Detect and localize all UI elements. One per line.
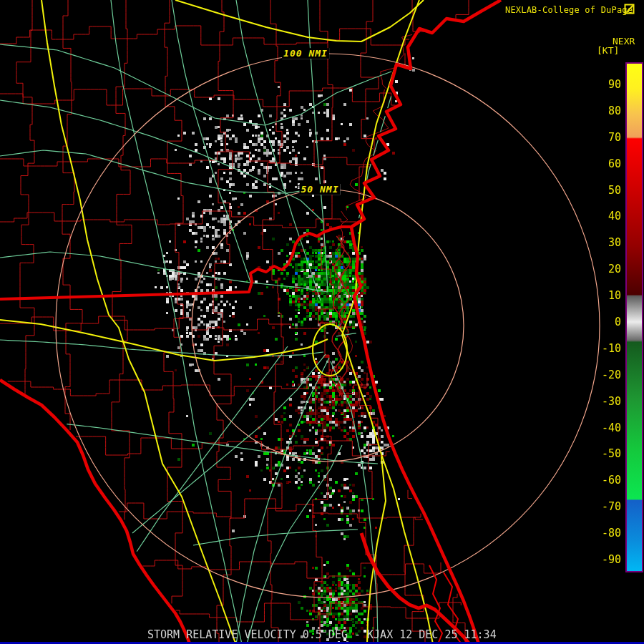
colorbar-tick-label: 60 <box>585 157 621 170</box>
colorbar-tick-label: -70 <box>585 500 621 513</box>
colorbar-tick-label: 40 <box>585 210 621 223</box>
colorbar-tick-label: -60 <box>585 474 621 487</box>
range-ring-label: 50 NMI <box>300 184 341 195</box>
colorbar-tick-label: -20 <box>585 369 621 381</box>
colorbar-tick-label: 80 <box>585 104 621 117</box>
colorbar-tick-label: -30 <box>585 395 621 408</box>
colorbar-tick-label: -50 <box>585 447 621 460</box>
velocity-colorbar <box>625 62 643 572</box>
colorbar-tick-label: -90 <box>585 553 621 566</box>
colorbar-tick-label: 20 <box>585 263 621 275</box>
attribution-text: NEXLAB-College of DuPage <box>505 5 633 15</box>
colorbar-tick-label: 30 <box>585 236 621 249</box>
colorbar-tick-label: 50 <box>585 184 621 197</box>
radar-map-canvas <box>0 0 644 644</box>
radar-display: NEXLAB-College of DuPage NEXR [KT] 90807… <box>0 0 644 644</box>
colorbar-tick-label: 0 <box>585 316 621 328</box>
nexlab-logo-icon <box>624 4 635 14</box>
colorbar-tick-label: 90 <box>585 78 621 91</box>
range-ring-label: 100 NMI <box>282 48 329 59</box>
colorbar-tick-label: -80 <box>585 527 621 540</box>
colorbar-tick-label: 10 <box>585 289 621 302</box>
product-title: STORM RELATIVE VELOCITY 0.5 DEG - KJAX 1… <box>147 628 497 641</box>
colorbar-tick-label: -40 <box>585 421 621 434</box>
colorbar-tick-label: 70 <box>585 131 621 144</box>
colorbar-tick-label: -10 <box>585 342 621 355</box>
units-label: [KT] <box>597 45 619 56</box>
